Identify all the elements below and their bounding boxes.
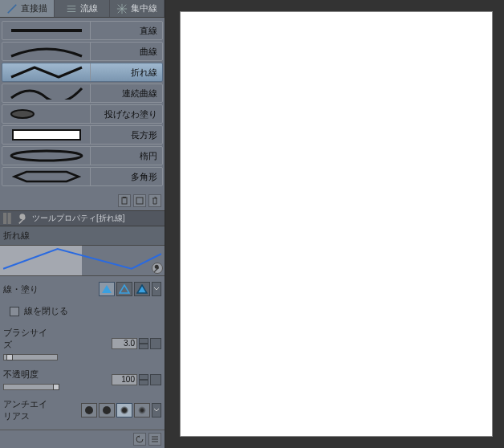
property-footer	[0, 430, 165, 448]
subtool-ellipse[interactable]: 楕円	[2, 146, 163, 165]
subtool-straight-line[interactable]: 直線	[2, 21, 163, 40]
subtool-label: 直線	[91, 25, 162, 37]
aa-weak-button[interactable]	[99, 403, 115, 417]
subtool-rectangle[interactable]: 長方形	[2, 125, 163, 145]
straight-line-icon	[2, 22, 91, 39]
subtool-label: 連続曲線	[91, 88, 162, 100]
outline-shape-icon	[119, 284, 130, 294]
wrench-icon	[18, 213, 29, 224]
aa-none-button[interactable]	[81, 403, 97, 417]
tool-property-title: ツールプロパティ[折れ線]	[32, 213, 125, 224]
subtool-label: 多角形	[91, 171, 162, 183]
polyline-preview-icon	[0, 246, 165, 277]
prop-line-fill: 線・塗り	[3, 281, 161, 297]
chevron-down-icon	[153, 407, 160, 413]
canvas[interactable]	[180, 11, 493, 437]
dynamics-button[interactable]	[150, 374, 161, 385]
svg-rect-2	[13, 130, 80, 140]
ellipse-icon	[2, 147, 91, 165]
prop-brush-size: ブラシサイズ 3.0	[3, 327, 161, 360]
subtool-lasso-fill[interactable]: 投げなわ塗り	[2, 104, 163, 124]
fill-shape-icon	[101, 284, 112, 294]
tool-properties: 線・塗り 線を閉じる ブラシサイズ 3.0	[0, 276, 165, 430]
tab-label: 流線	[80, 2, 98, 14]
focusline-icon	[116, 3, 128, 14]
prop-antialias: アンチエイリアス	[3, 398, 161, 422]
prop-label: 線・塗り	[3, 283, 53, 295]
prop-label: アンチエイリアス	[3, 398, 53, 422]
continuous-curve-icon	[2, 84, 91, 102]
menu-icon	[151, 435, 159, 443]
opacity-stepper[interactable]	[139, 374, 148, 385]
brush-size-stepper[interactable]	[139, 338, 148, 349]
new-subtool-button[interactable]	[133, 194, 146, 207]
reset-icon	[136, 435, 144, 443]
trash-icon	[151, 197, 159, 205]
subtool-label: 投げなわ塗り	[91, 108, 162, 120]
close-line-checkbox[interactable]	[10, 307, 19, 316]
prop-label: 線を閉じる	[24, 305, 68, 317]
direct-draw-icon	[6, 3, 18, 14]
prop-close-line[interactable]: 線を閉じる	[6, 305, 161, 317]
subtool-polyline[interactable]: 折れ線	[2, 63, 163, 82]
svg-rect-6	[136, 198, 143, 204]
dropdown-caret[interactable]	[152, 282, 161, 296]
clipboard-button[interactable]	[118, 194, 131, 207]
svg-rect-5	[123, 197, 126, 198]
subtool-actions	[0, 191, 165, 210]
svg-rect-7	[3, 213, 6, 224]
aa-medium-button[interactable]	[116, 403, 132, 417]
delete-subtool-button[interactable]	[148, 194, 161, 207]
subtool-detail-button[interactable]	[152, 263, 163, 274]
preview-name: 折れ線	[3, 230, 30, 242]
svg-rect-8	[8, 213, 11, 224]
dynamics-button[interactable]	[150, 338, 161, 349]
curve-icon	[2, 43, 91, 60]
svg-rect-4	[122, 198, 127, 204]
subtool-label: 曲線	[91, 46, 162, 58]
subtool-polygon[interactable]: 多角形	[2, 167, 163, 186]
speedline-icon	[66, 3, 77, 14]
polyline-icon	[2, 63, 91, 81]
mode-outline-button[interactable]	[116, 282, 132, 296]
panel-grip-icon[interactable]	[3, 213, 14, 224]
brush-preview	[0, 246, 165, 276]
tab-speedline[interactable]: 流線	[55, 0, 109, 17]
tool-property-header: ツールプロパティ[折れ線]	[0, 210, 165, 226]
brush-size-slider[interactable]	[3, 354, 58, 360]
tab-label: 集中線	[131, 2, 157, 14]
subtool-group-tabs: 直接描 流線 集中線	[0, 0, 165, 18]
lasso-fill-icon	[2, 105, 91, 123]
brush-size-value[interactable]: 3.0	[112, 338, 137, 349]
tab-label: 直接描	[21, 2, 47, 14]
mode-both-button[interactable]	[134, 282, 150, 296]
mode-fill-button[interactable]	[99, 282, 115, 296]
wrench-icon	[153, 264, 161, 272]
svg-point-1	[11, 110, 34, 118]
reset-button[interactable]	[133, 433, 146, 446]
subtool-curve[interactable]: 曲線	[2, 42, 163, 61]
tab-direct-draw[interactable]: 直接描	[0, 0, 55, 17]
canvas-area	[165, 0, 504, 448]
aa-strong-button[interactable]	[134, 403, 150, 417]
preview-header: 折れ線	[0, 226, 165, 246]
polygon-icon	[2, 168, 91, 185]
subtool-list: 直線 曲線 折れ線 連続曲線 投げなわ塗り 長方形	[0, 18, 165, 191]
prop-label: 不透明度	[3, 369, 53, 381]
clipboard-icon	[120, 197, 128, 205]
dropdown-caret[interactable]	[152, 403, 161, 417]
opacity-slider[interactable]	[3, 384, 58, 390]
both-shape-icon	[136, 284, 148, 294]
subtool-label: 長方形	[91, 129, 162, 141]
subtool-continuous-curve[interactable]: 連続曲線	[2, 83, 163, 103]
opacity-value[interactable]: 100	[112, 374, 137, 385]
tab-focusline[interactable]: 集中線	[110, 0, 165, 17]
svg-point-3	[11, 151, 82, 161]
prop-label: ブラシサイズ	[3, 327, 53, 351]
subtool-label: 楕円	[91, 150, 162, 162]
new-icon	[136, 197, 144, 205]
rectangle-icon	[2, 126, 91, 144]
menu-button[interactable]	[148, 433, 161, 446]
subtool-label: 折れ線	[91, 67, 162, 79]
prop-opacity: 不透明度 100	[3, 369, 161, 390]
